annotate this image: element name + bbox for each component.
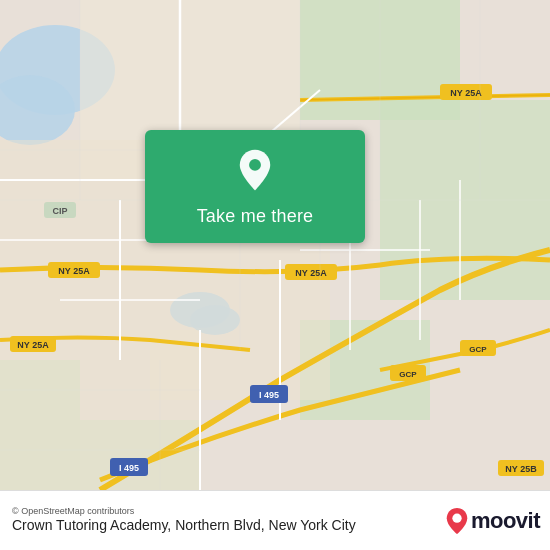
- svg-text:NY 25A: NY 25A: [58, 266, 90, 276]
- svg-rect-13: [0, 330, 200, 490]
- svg-text:I 495: I 495: [119, 463, 139, 473]
- map-container: NY 25A NY 25A NY 25A NY 25A I 495 I 495 …: [0, 0, 550, 490]
- osm-credit: © OpenStreetMap contributors: [12, 506, 356, 516]
- svg-text:NY 25B: NY 25B: [505, 464, 537, 474]
- svg-text:I 495: I 495: [259, 390, 279, 400]
- map-background: NY 25A NY 25A NY 25A NY 25A I 495 I 495 …: [0, 0, 550, 490]
- location-title: Crown Tutoring Academy, Northern Blvd, N…: [12, 516, 356, 536]
- svg-text:NY 25A: NY 25A: [450, 88, 482, 98]
- svg-text:GCP: GCP: [469, 345, 487, 354]
- take-me-there-button[interactable]: Take me there: [145, 130, 365, 243]
- moovit-logo[interactable]: moovit: [445, 507, 540, 535]
- moovit-pin-icon: [445, 507, 469, 535]
- footer-bar: © OpenStreetMap contributors Crown Tutor…: [0, 490, 550, 550]
- moovit-brand-text: moovit: [471, 508, 540, 534]
- button-icon-area: [145, 130, 365, 202]
- svg-text:CIP: CIP: [52, 206, 67, 216]
- button-overlay: Take me there: [145, 130, 365, 243]
- location-pin-icon: [233, 148, 277, 192]
- svg-text:GCP: GCP: [399, 370, 417, 379]
- svg-point-59: [249, 159, 261, 171]
- svg-text:NY 25A: NY 25A: [295, 268, 327, 278]
- svg-text:NY 25A: NY 25A: [17, 340, 49, 350]
- svg-point-60: [452, 513, 461, 522]
- take-me-there-label: Take me there: [197, 202, 314, 243]
- footer-left: © OpenStreetMap contributors Crown Tutor…: [12, 506, 356, 536]
